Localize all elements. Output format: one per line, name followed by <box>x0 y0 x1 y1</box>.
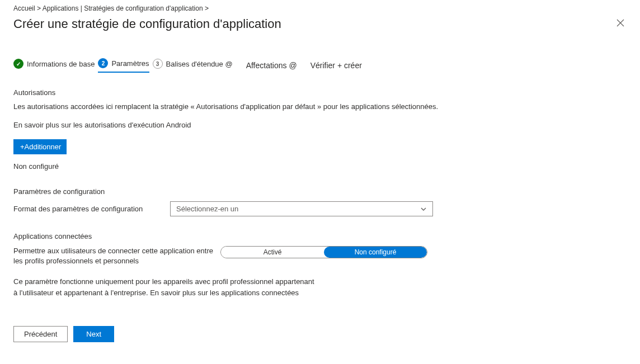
toggle-option-not-configured[interactable]: Non configuré <box>324 247 427 258</box>
connected-apps-toggle[interactable]: Activé Non configuré <box>220 246 427 258</box>
add-button[interactable]: +Additionner <box>13 139 67 154</box>
toggle-option-enabled[interactable]: Activé <box>221 247 324 258</box>
step-scope-tags[interactable]: 3 Balises d'étendue @ <box>153 59 233 72</box>
permissions-learn-link[interactable]: En savoir plus sur les autorisations d'e… <box>13 121 627 129</box>
permissions-header: Autorisations <box>13 88 627 97</box>
config-format-select[interactable]: Sélectionnez-en un <box>170 201 433 216</box>
step-label: Informations de base <box>27 60 95 68</box>
check-icon <box>13 59 23 69</box>
close-icon[interactable] <box>614 17 627 31</box>
page-title: Créer une stratégie de configuration d'a… <box>13 17 281 31</box>
step-settings[interactable]: 2 Paramètres <box>98 58 149 73</box>
step-basics[interactable]: Informations de base <box>13 59 95 72</box>
footer-buttons: Précédent Next <box>13 326 627 342</box>
config-format-label: Format des paramètres de configuration <box>13 205 170 213</box>
add-button-label: +Additionner <box>20 143 61 151</box>
permissions-status: Non configuré <box>13 162 627 171</box>
breadcrumb[interactable]: Accueil > Applications | Stratégies de c… <box>13 4 627 12</box>
chevron-down-icon <box>420 206 427 212</box>
connected-apps-header: Applications connectées <box>13 232 627 240</box>
permissions-desc: Les autorisations accordées ici remplace… <box>13 102 627 111</box>
config-settings-header: Paramètres de configuration <box>13 187 627 196</box>
connected-apps-label: Permettre aux utilisateurs de connecter … <box>13 246 220 266</box>
previous-button[interactable]: Précédent <box>13 326 68 342</box>
wizard-steps: Informations de base 2 Paramètres 3 Bali… <box>13 58 627 73</box>
step-label: Paramètres <box>111 59 149 68</box>
connected-apps-hint: Ce paramètre fonctionne uniquement pour … <box>13 276 316 298</box>
step-assignments[interactable]: Affectations @ <box>246 61 297 70</box>
step-number-icon: 2 <box>98 58 108 68</box>
next-button[interactable]: Next <box>73 326 114 342</box>
step-review-create[interactable]: Vérifier + créer <box>310 61 362 70</box>
step-number-icon: 3 <box>153 59 163 69</box>
step-label: Balises d'étendue @ <box>166 60 233 68</box>
select-placeholder: Sélectionnez-en un <box>176 205 238 213</box>
